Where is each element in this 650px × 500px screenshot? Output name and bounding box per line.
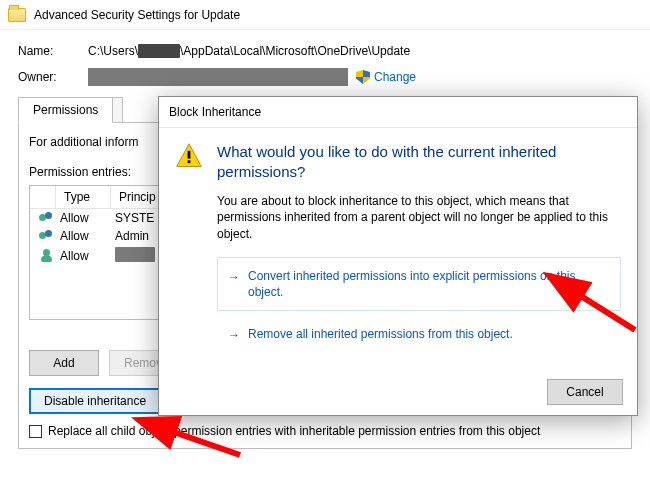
- option-convert-label: Convert inherited permissions into expli…: [248, 269, 575, 299]
- tab-permissions[interactable]: Permissions: [18, 97, 113, 123]
- row-type: Allow: [60, 249, 115, 263]
- window-titlebar: Advanced Security Settings for Update: [0, 0, 650, 30]
- window-title: Advanced Security Settings for Update: [34, 8, 240, 22]
- shield-icon: [356, 70, 370, 84]
- folder-icon: [8, 8, 26, 22]
- option-remove[interactable]: → Remove all inherited permissions from …: [217, 315, 621, 353]
- redacted-username: [138, 44, 180, 58]
- cancel-button-label: Cancel: [566, 385, 603, 399]
- row-type: Allow: [60, 211, 115, 225]
- add-button[interactable]: Add: [29, 350, 99, 376]
- disable-inheritance-button[interactable]: Disable inheritance: [29, 388, 161, 414]
- option-convert[interactable]: → Convert inherited permissions into exp…: [217, 257, 621, 311]
- dialog-description: You are about to block inheritance to th…: [217, 193, 621, 243]
- redacted-principal: [115, 247, 155, 262]
- tab-permissions-label: Permissions: [33, 103, 98, 117]
- option-remove-label: Remove all inherited permissions from th…: [248, 327, 513, 341]
- svg-rect-1: [188, 151, 191, 159]
- checkbox-box[interactable]: [29, 425, 42, 438]
- name-label: Name:: [18, 44, 88, 58]
- warning-icon: [175, 142, 203, 357]
- dialog-question: What would you like to do with the curre…: [217, 142, 621, 183]
- arrow-right-icon: →: [228, 327, 240, 343]
- object-path: C:\Users\ \AppData\Local\Microsoft\OneDr…: [88, 44, 410, 58]
- dialog-title: Block Inheritance: [159, 97, 637, 128]
- arrow-right-icon: →: [228, 269, 240, 285]
- change-owner-link[interactable]: Change: [374, 70, 416, 84]
- col-type[interactable]: Type: [56, 186, 111, 208]
- path-prefix: C:\Users\: [88, 44, 138, 58]
- users-icon: [39, 230, 55, 242]
- row-type: Allow: [60, 229, 115, 243]
- replace-children-checkbox[interactable]: Replace all child object permission entr…: [29, 424, 621, 438]
- owner-label: Owner:: [18, 70, 88, 84]
- block-inheritance-dialog: Block Inheritance What would you like to…: [158, 96, 638, 416]
- tab-other[interactable]: [113, 97, 123, 123]
- path-suffix: \AppData\Local\Microsoft\OneDrive\Update: [180, 44, 410, 58]
- checkbox-label: Replace all child object permission entr…: [48, 424, 540, 438]
- redacted-owner: [88, 68, 348, 86]
- user-icon: [40, 249, 54, 263]
- disable-inheritance-label: Disable inheritance: [44, 394, 146, 408]
- cancel-button[interactable]: Cancel: [547, 379, 623, 405]
- svg-rect-2: [188, 160, 191, 163]
- add-button-label: Add: [53, 356, 74, 370]
- users-icon: [39, 212, 55, 224]
